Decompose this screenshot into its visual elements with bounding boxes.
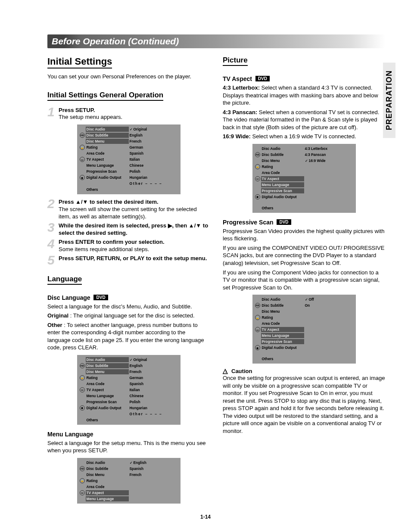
- h2-general-operation: Initial Settings General Operation: [47, 91, 163, 101]
- menu-item: Rating: [86, 375, 129, 380]
- label-bold: 16:9 Wide:: [223, 133, 251, 140]
- menu-item: Disc Audio: [86, 460, 129, 465]
- menu-option: Polish: [129, 169, 141, 174]
- prog-p3: If you are using the Component Video jac…: [223, 269, 385, 292]
- menu-item: Disc Audio: [86, 357, 129, 362]
- menu-item: TV Aspect: [86, 157, 129, 162]
- h3-menu-language: Menu Language: [47, 431, 210, 438]
- lock-icon: 🔒: [80, 478, 85, 483]
- menu-item: Progressive Scan: [86, 399, 129, 404]
- left-column: Initial Settings You can set your own Pe…: [47, 56, 210, 508]
- label-bold: 4:3 Panscan:: [223, 109, 257, 115]
- side-tab-preparation: PREPARATION: [383, 62, 395, 138]
- step-bold: Press ENTER to confirm your selection.: [59, 239, 165, 245]
- menu-item: Menu Language: [86, 163, 129, 168]
- menu-item: Disc Subtitle: [86, 363, 129, 368]
- h2-language: Language: [47, 275, 82, 285]
- heading-text: TV Aspect: [223, 75, 252, 82]
- menu-item: Progressive Scan: [261, 339, 304, 344]
- menu-item: Disc Menu: [86, 472, 129, 477]
- disc-lang-desc: Select a language for the disc's Menu, A…: [47, 303, 210, 311]
- setup-menu-screenshot-3: Disc AudioEnglish ABDisc SubtitleSpanish…: [77, 458, 181, 504]
- section-banner: Before Operation (Continued): [47, 34, 385, 48]
- menu-option: Off: [304, 297, 315, 302]
- disc-lang-original: Original : The original language set for…: [47, 312, 210, 320]
- menu-item: Disc Menu: [86, 369, 129, 374]
- menu-option: English: [129, 133, 143, 138]
- menu-option: Spanish: [129, 466, 145, 471]
- heading-text: Progressive Scan: [223, 219, 274, 226]
- aspect-43ps: 4:3 Panscan: Select when a conventional …: [223, 109, 385, 131]
- menu-item: Digital Audio Output: [86, 405, 129, 411]
- step-bold: Press ▲/▼ to select the desired item.: [59, 199, 159, 205]
- step-num: 1: [47, 107, 57, 121]
- abc-icon: AB: [80, 363, 85, 368]
- dvd-badge: DVD: [255, 76, 270, 81]
- menu-item: Area Code: [261, 170, 304, 175]
- menu-lang-desc: Select a language for the setup menu. Th…: [47, 439, 210, 454]
- menu-item: TV Aspect: [86, 387, 129, 392]
- menu-item: TV Aspect: [261, 176, 304, 181]
- step-num: 5: [47, 255, 57, 265]
- menu-option: English: [129, 363, 143, 368]
- step-bold: While the desired item is selected, pres…: [59, 222, 208, 236]
- label-bold: Original: [47, 312, 68, 319]
- menu-option: Polish: [129, 399, 141, 404]
- step-3: 3 While the desired item is selected, pr…: [47, 222, 210, 237]
- menu-item: Others: [261, 356, 304, 361]
- menu-item: Rating: [86, 145, 129, 150]
- h3-disc-language: Disc Language DVD: [47, 294, 210, 301]
- caution-heading: Caution: [223, 368, 385, 374]
- menu-option: German: [129, 145, 144, 150]
- heading-text: Disc Language: [47, 294, 90, 301]
- menu-option: Italian: [129, 387, 141, 392]
- menu-option: On: [304, 303, 311, 308]
- menu-item: Digital Audio Output: [86, 175, 129, 180]
- menu-item: Others: [86, 187, 129, 192]
- step-rest: The setup menu appears.: [59, 114, 122, 120]
- right-column: Picture TV Aspect DVD 4:3 Letterbox: Sel…: [223, 56, 385, 508]
- step-4: 4 Press ENTER to confirm your selection.…: [47, 239, 210, 253]
- menu-item: Disc Audio: [261, 297, 304, 302]
- menu-option: 16:9 Wide: [304, 158, 327, 163]
- step-5: 5 Press SETUP, RETURN, or PLAY to exit t…: [47, 255, 210, 265]
- menu-item: Others: [261, 205, 304, 211]
- step-rest: The screen will show the current setting…: [59, 206, 197, 220]
- menu-option: Other – – – –: [129, 411, 163, 417]
- abc-icon: AB: [80, 466, 85, 471]
- menu-option: 4:3 Letterbox: [304, 146, 329, 151]
- menu-option: Hungarian: [129, 405, 148, 411]
- audio-icon: ◉: [80, 405, 85, 411]
- menu-option: Spanish: [129, 381, 145, 386]
- menu-item: Menu Language: [86, 393, 129, 398]
- lock-icon: 🔒: [255, 315, 260, 320]
- menu-option: Spanish: [129, 151, 145, 156]
- setup-menu-screenshot-aspect: Disc Audio4:3 Letterbox ABDisc Subtitle4…: [252, 144, 356, 213]
- menu-option: 4:3 Panscan: [304, 152, 327, 157]
- menu-item: Disc Subtitle: [86, 466, 129, 471]
- menu-item: Disc Audio: [86, 127, 129, 132]
- menu-item: Disc Subtitle: [86, 133, 129, 138]
- screen-icon: ▭: [80, 157, 85, 162]
- menu-item: Disc Audio: [261, 146, 304, 151]
- label-desc: Select when a 16:9 wide TV is connected.: [251, 133, 356, 140]
- menu-option: Chinese: [129, 163, 145, 168]
- menu-item: TV Aspect: [261, 327, 304, 332]
- setup-menu-screenshot-2: Disc AudioOriginal ABDisc SubtitleEnglis…: [77, 355, 181, 425]
- caution-text: Once the setting for progressive scan ou…: [223, 374, 385, 435]
- menu-option: English: [129, 460, 147, 465]
- menu-option: Other – – – –: [129, 181, 163, 186]
- screen-icon: ▭: [255, 176, 260, 181]
- audio-icon: ◉: [255, 345, 260, 350]
- abc-icon: AB: [255, 152, 260, 157]
- menu-item: Progressive Scan: [86, 169, 129, 174]
- menu-item: Rating: [261, 315, 304, 320]
- abc-icon: AB: [255, 303, 260, 308]
- lock-icon: 🔒: [80, 375, 85, 380]
- audio-icon: ◉: [255, 194, 260, 199]
- menu-option: Original: [129, 357, 148, 362]
- abc-icon: AB: [80, 133, 85, 138]
- screen-icon: ▭: [80, 387, 85, 392]
- menu-option: Chinese: [129, 393, 145, 398]
- menu-item: Disc Subtitle: [261, 303, 304, 308]
